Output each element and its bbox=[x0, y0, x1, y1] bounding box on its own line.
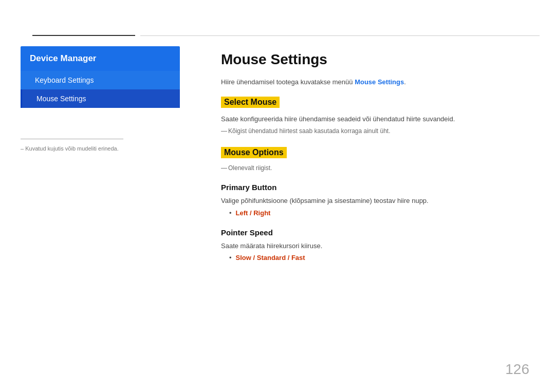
mouse-options-heading: Mouse Options bbox=[221, 147, 287, 158]
intro-suffix: . bbox=[404, 78, 406, 86]
pointer-speed-title: Pointer Speed bbox=[221, 228, 534, 237]
sidebar: Device Manager Keyboard Settings Mouse S… bbox=[21, 46, 180, 108]
pointer-speed-desc: Saate määrata hiirekursori kiiruse. bbox=[221, 241, 534, 251]
sidebar-divider bbox=[21, 139, 123, 139]
sidebar-item-keyboard[interactable]: Keyboard Settings bbox=[21, 71, 180, 89]
sidebar-item-mouse[interactable]: Mouse Settings bbox=[21, 89, 180, 108]
main-content: Mouse Settings Hiire ühendamisel tootega… bbox=[221, 51, 534, 266]
intro-text: Hiire ühendamisel tootega kuvatakse menü… bbox=[221, 77, 534, 87]
primary-button-title: Primary Button bbox=[221, 183, 534, 192]
mouse-options-note: Olenevalt riigist. bbox=[221, 164, 534, 172]
sidebar-note-text: – Kuvatud kujutis võib mudeliti erineda. bbox=[21, 145, 180, 152]
pointer-speed-option: Slow / Standard / Fast bbox=[229, 254, 534, 262]
top-bar bbox=[0, 35, 555, 36]
primary-button-option: Left / Right bbox=[229, 209, 534, 217]
top-bar-right-line bbox=[140, 35, 540, 36]
sidebar-note: – Kuvatud kujutis võib mudeliti erineda. bbox=[21, 139, 180, 152]
pointer-speed-options-list: Slow / Standard / Fast bbox=[221, 254, 534, 262]
select-mouse-note: Kõigist ühendatud hiirtest saab kasutada… bbox=[221, 127, 534, 135]
primary-button-subsection: Primary Button Valige põhifunktsioone (k… bbox=[221, 183, 534, 217]
pointer-speed-subsection: Pointer Speed Saate määrata hiirekursori… bbox=[221, 228, 534, 262]
page-title: Mouse Settings bbox=[221, 51, 534, 68]
intro-highlight: Mouse Settings bbox=[355, 78, 404, 86]
select-mouse-heading: Select Mouse bbox=[221, 97, 280, 108]
select-mouse-desc: Saate konfigureerida hiire ühendamise se… bbox=[221, 114, 534, 125]
primary-button-options-list: Left / Right bbox=[221, 209, 534, 217]
mouse-options-section: Mouse Options Olenevalt riigist. Primary… bbox=[221, 147, 534, 262]
intro-prefix: Hiire ühendamisel tootega kuvatakse menü… bbox=[221, 78, 355, 86]
sidebar-device-manager-label: Device Manager bbox=[21, 46, 180, 71]
top-bar-left-line bbox=[32, 35, 135, 36]
primary-button-desc: Valige põhifunktsioone (klõpsamine ja si… bbox=[221, 196, 534, 206]
page-number: 126 bbox=[505, 361, 529, 378]
